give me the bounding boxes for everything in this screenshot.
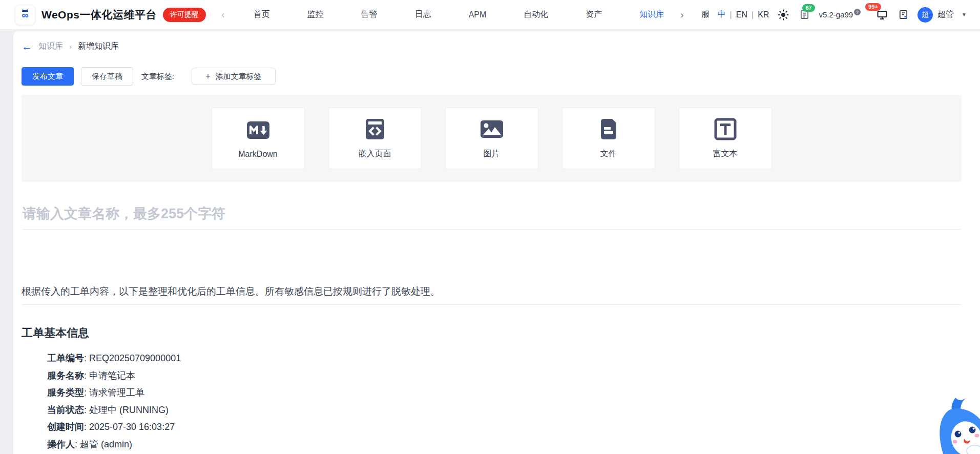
chevron-down-icon[interactable]: ▼ [962,12,967,17]
license-alert-badge[interactable]: 许可提醒 [163,8,206,22]
field-separator: : [84,370,89,381]
content-card: ← 知识库 › 新增知识库 发布文章 保存草稿 文章标签: + 添加文章标签 M… [13,31,980,454]
add-tag-button[interactable]: + 添加文章标签 [192,68,275,85]
insert-card-image[interactable]: 图片 [445,108,538,169]
nav-item-knowledge[interactable]: 知识库 [639,9,664,20]
save-draft-button[interactable]: 保存草稿 [81,67,133,86]
language-switch: 中 | EN | KR [718,9,769,20]
field-label: 工单编号 [47,353,84,363]
breadcrumb-parent[interactable]: 知识库 [38,41,63,52]
article-toolbar: 发布文章 保存草稿 文章标签: + 添加文章标签 [22,67,962,86]
nav-item-home[interactable]: 首页 [254,9,270,20]
field-separator: : [84,405,89,415]
notification-monitor-icon[interactable]: 99+ [875,8,889,22]
embed-page-icon [363,117,387,143]
field-label: 创建时间 [47,422,84,432]
field-label: 服务名称 [47,370,84,381]
field-ticket-number: 工单编号: REQ20250709000001 [47,350,962,367]
breadcrumb-separator: › [69,42,72,51]
brand: ∞ WeOps一体化运维平台 许可提醒 ‹ [15,5,225,25]
feedback-icon[interactable] [896,8,910,22]
ticket-fields: 工单编号: REQ20250709000001 服务名称: 申请笔记本 服务类型… [47,350,962,453]
notice-count-badge: 99+ [865,3,881,11]
chevron-right-icon[interactable]: › [680,9,683,20]
license-count-badge: 67 [802,4,815,12]
publish-article-button[interactable]: 发布文章 [22,67,74,86]
field-operator: 操作人: 超管 (admin) [47,436,962,453]
field-value: 2025-07-30 16:03:27 [89,422,175,432]
weops-logo-icon[interactable]: ∞ [15,5,35,25]
nav-item-log[interactable]: 日志 [415,9,431,20]
theme-sun-icon[interactable] [777,8,790,22]
nav-item-apm[interactable]: APM [469,10,487,19]
field-value: REQ20250709000001 [89,353,181,363]
help-question-icon[interactable]: ? [854,9,861,15]
file-icon [597,117,620,143]
field-service-type: 服务类型: 请求管理工单 [47,384,962,402]
field-current-status: 当前状态: 处理中 (RUNNING) [47,402,962,419]
field-service-name: 服务名称: 申请笔记本 [47,367,962,385]
field-label: 服务类型 [47,387,84,398]
main-nav: 首页 监控 告警 日志 APM 自动化 资产 知识库 服 [254,9,710,20]
back-arrow-icon[interactable]: ← [22,41,32,52]
field-value: 申请笔记本 [89,370,135,381]
insert-card-label: 嵌入页面 [359,149,391,159]
field-value: 超管 (admin) [80,439,132,449]
nav-item-overflow[interactable]: 服 [701,9,709,20]
top-bar: ∞ WeOps一体化运维平台 许可提醒 ‹ 首页 监控 告警 日志 APM 自动… [0,0,980,29]
insert-card-file[interactable]: 文件 [562,108,655,169]
ticket-info-heading: 工单基本信息 [22,325,962,341]
field-created-time: 创建时间: 2025-07-30 16:03:27 [47,419,962,436]
rich-text-icon [714,117,737,143]
lang-separator: | [730,10,732,19]
nav-item-asset[interactable]: 资产 [586,9,602,20]
username[interactable]: 超管 [937,9,954,20]
image-icon [480,117,504,143]
insert-card-label: MarkDown [238,150,277,159]
breadcrumb: ← 知识库 › 新增知识库 [22,31,962,53]
insert-card-label: 富文本 [713,149,738,159]
lang-en[interactable]: EN [736,10,747,19]
field-separator: : [84,353,89,363]
field-separator: : [75,439,80,449]
license-doc-icon[interactable]: 67 [798,8,811,22]
field-separator: : [84,387,89,398]
field-separator: : [84,422,89,432]
insert-type-panel: MarkDown 嵌入页面 图片 [22,95,962,182]
insert-card-label: 文件 [600,149,617,159]
insert-card-embed-page[interactable]: 嵌入页面 [328,108,422,169]
insert-card-rich-text[interactable]: 富文本 [679,108,772,169]
topbar-right: 中 | EN | KR 67 v5.2-ga99 ? [718,7,967,23]
section-divider [22,304,962,305]
field-label: 当前状态 [47,405,84,415]
breadcrumb-current: 新增知识库 [78,41,119,52]
insert-card-label: 图片 [484,149,500,159]
nav-item-monitor[interactable]: 监控 [307,9,324,20]
chevron-left-icon[interactable]: ‹ [221,9,225,20]
lang-kr[interactable]: KR [758,10,769,19]
insert-card-markdown[interactable]: MarkDown [212,108,305,169]
user-avatar[interactable]: 超 [918,7,933,23]
field-value: 处理中 (RUNNING) [89,405,169,415]
app-title: WeOps一体化运维平台 [41,8,157,22]
nav-item-alert[interactable]: 告警 [361,9,378,20]
lang-separator: | [752,10,754,19]
lang-zh[interactable]: 中 [718,9,726,20]
field-label: 操作人 [47,439,75,449]
add-tag-label: 添加文章标签 [216,72,262,81]
nav-item-automation[interactable]: 自动化 [524,9,548,20]
markdown-icon [246,118,270,144]
plus-icon: + [205,72,210,81]
version-text: v5.2-ga99 [819,10,853,19]
article-intro-text[interactable]: 根据传入的工单内容，以下是整理和优化后的工单信息。所有敏感信息已按规则进行了脱敏… [22,285,962,298]
field-value: 请求管理工单 [89,387,144,398]
article-tags-label: 文章标签: [141,72,174,81]
version-info: v5.2-ga99 ? [819,10,861,19]
svg-text:∞: ∞ [22,10,29,20]
article-title-input[interactable]: 请输入文章名称，最多255个字符 [23,204,961,230]
